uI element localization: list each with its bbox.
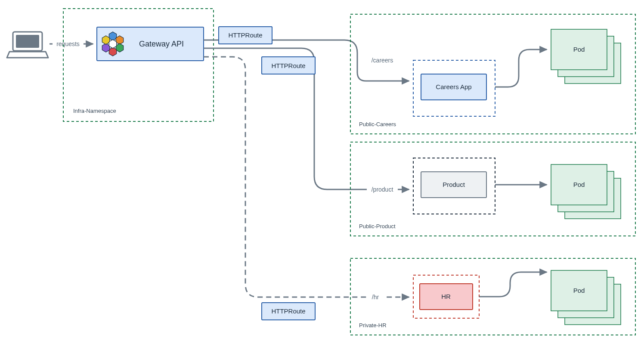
svg-marker-6	[116, 43, 123, 52]
svg-marker-4	[109, 32, 116, 40]
architecture-diagram: requests Infra-Namespace Gateway API HTT…	[0, 0, 644, 341]
client-laptop-icon	[7, 32, 48, 58]
infra-namespace-label: Infra-Namespace	[73, 108, 116, 114]
product-path-label: /product	[372, 186, 393, 193]
private-hr-label: Private-HR	[359, 322, 387, 329]
gateway-api-label: Gateway API	[139, 40, 184, 48]
product-pod-label: Pod	[573, 181, 585, 188]
httproute-label-3: HTTPRoute	[271, 307, 305, 315]
hr-pod-label: Pod	[573, 287, 585, 294]
svg-text:HTTPRoute: HTTPRoute	[228, 31, 262, 39]
careers-pod-label: Pod	[573, 46, 585, 53]
hr-app-label: HR	[441, 293, 451, 300]
careers-to-pod-arrow	[495, 50, 547, 87]
svg-marker-8	[102, 43, 109, 52]
product-app-label: Product	[443, 181, 465, 188]
requests-label: requests	[56, 40, 80, 47]
infra-namespace-box	[63, 9, 214, 121]
svg-marker-5	[116, 36, 123, 44]
svg-marker-10	[109, 40, 116, 48]
svg-rect-1	[16, 35, 39, 48]
public-product-label: Public-Product	[359, 223, 396, 229]
gateway-to-hr-arrow	[204, 57, 409, 297]
careers-app-label: Careers App	[436, 83, 471, 90]
careers-pod-stack: Pod	[551, 29, 621, 84]
svg-marker-9	[102, 36, 109, 44]
careers-path-label: /careers	[372, 57, 393, 64]
hr-to-pod-arrow	[479, 272, 547, 297]
public-careers-label: Public-Careers	[359, 121, 396, 127]
hr-pod-stack: Pod	[551, 270, 621, 325]
svg-marker-7	[109, 47, 116, 56]
hr-path-label: /hr	[372, 294, 379, 301]
product-pod-stack: Pod	[551, 164, 621, 219]
svg-text:HTTPRoute: HTTPRoute	[271, 62, 305, 69]
